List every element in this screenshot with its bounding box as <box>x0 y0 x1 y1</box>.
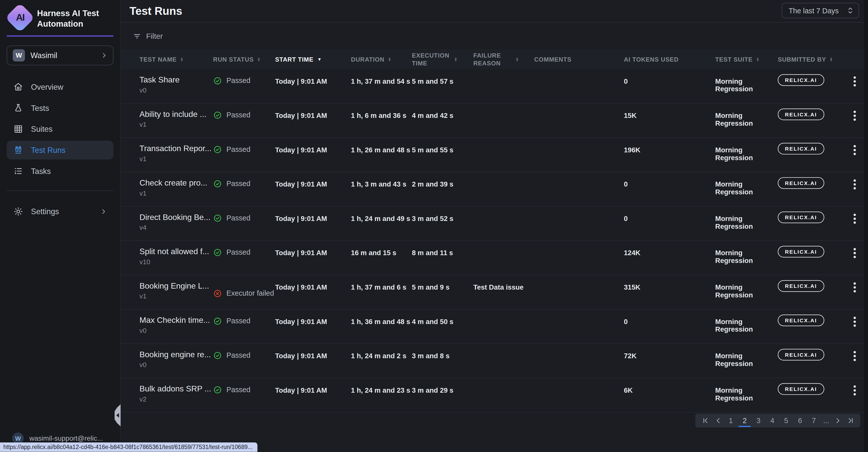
pagination-next-button[interactable] <box>833 414 842 427</box>
table-row[interactable]: Task Share v0 Passed Today | 9:01 AM 1 h… <box>121 69 868 103</box>
run-status-cell: Passed <box>213 138 275 172</box>
failure-reason-cell <box>473 378 534 412</box>
scrollbar-track[interactable] <box>864 0 868 452</box>
submitted-by-badge: RELICX.AI <box>778 74 824 86</box>
sort-icon: ▲▼ <box>516 57 519 62</box>
pagination-page-3[interactable]: 3 <box>754 417 763 425</box>
sidebar-item-suites[interactable]: Suites <box>6 120 113 139</box>
test-name-cell[interactable]: Bulk addons SRP ... v2 <box>140 378 213 412</box>
table-row[interactable]: Booking engine re... v0 Passed Today | 9… <box>121 344 868 378</box>
failure-reason-cell <box>473 172 534 206</box>
kebab-menu-button[interactable] <box>850 111 859 121</box>
column-header-run-status[interactable]: RUN STATUS▲▼ <box>213 56 275 62</box>
pagination-page-2[interactable]: 2 <box>740 417 749 425</box>
test-version: v1 <box>140 121 213 128</box>
sidebar-item-label: Tasks <box>31 167 51 176</box>
run-status-cell: Passed <box>213 207 275 240</box>
sidebar-item-tasks[interactable]: Tasks <box>6 162 113 181</box>
kebab-menu-button[interactable] <box>850 317 859 327</box>
submitted-by-badge: RELICX.AI <box>778 177 824 189</box>
column-header-execution-time[interactable]: EXECUTION TIME▲▼ <box>412 51 473 67</box>
submitted-by-badge: RELICX.AI <box>778 246 824 258</box>
pagination-page-6[interactable]: 6 <box>796 417 804 425</box>
ai-tokens-cell: 0 <box>624 207 715 240</box>
ai-tokens-cell: 15K <box>624 103 715 137</box>
sidebar-item-tests[interactable]: Tests <box>6 98 113 117</box>
column-header-test-suite[interactable]: TEST SUITE▲▼ <box>715 56 778 62</box>
table-row[interactable]: Booking Engine L... v1 Executor failed T… <box>121 275 868 310</box>
kebab-menu-button[interactable] <box>850 145 859 155</box>
table-row[interactable]: Max Checkin time... v0 Passed Today | 9:… <box>121 309 868 344</box>
kebab-menu-button[interactable] <box>850 385 859 395</box>
submitted-by-badge: RELICX.AI <box>778 143 824 154</box>
comments-cell <box>534 241 624 274</box>
filter-label: Filter <box>146 32 163 40</box>
table-row[interactable]: Split not allowed f... v10 Passed Today … <box>121 241 868 275</box>
test-suite-cell: Morning Regression <box>715 309 778 343</box>
column-header-duration[interactable]: DURATION▲▼ <box>351 56 412 62</box>
test-name: Bulk addons SRP ... <box>140 384 213 393</box>
pagination-prev-button[interactable] <box>714 414 722 427</box>
sidebar-nav: Overview Tests Suites Test Runs Tasks <box>0 78 120 181</box>
filter-button[interactable]: Filter <box>121 23 868 49</box>
duration-cell: 1 h, 26 m and 48 s <box>351 138 412 172</box>
pagination-page-7[interactable]: 7 <box>809 417 818 425</box>
table-row[interactable]: Check create pro... v1 Passed Today | 9:… <box>121 172 868 207</box>
column-header-submitted-by[interactable]: SUBMITTED BY▲▼ <box>778 56 844 62</box>
test-name-cell[interactable]: Split not allowed f... v10 <box>140 241 213 274</box>
kebab-menu-button[interactable] <box>850 282 859 292</box>
test-name-cell[interactable]: Task Share v0 <box>140 69 213 103</box>
pagination-page-4[interactable]: 4 <box>768 417 777 425</box>
ai-tokens-cell: 0 <box>624 172 715 206</box>
kebab-menu-button[interactable] <box>850 248 859 258</box>
column-header-start-time[interactable]: START TIME▼ <box>275 56 351 62</box>
submitted-by-badge: RELICX.AI <box>778 349 824 361</box>
kebab-menu-button[interactable] <box>850 351 859 361</box>
kebab-menu-button[interactable] <box>850 180 859 189</box>
comments-cell <box>534 275 624 309</box>
pagination: 1234567... <box>695 414 860 427</box>
column-header-test-name[interactable]: TEST NAME▲▼ <box>140 56 213 62</box>
ai-tokens-cell: 315K <box>624 275 715 309</box>
test-name: Split not allowed f... <box>140 247 213 256</box>
user-email: wasimil-support@relic... <box>29 434 103 442</box>
test-name-cell[interactable]: Max Checkin time... v0 <box>140 309 213 343</box>
test-name-cell[interactable]: Ability to include ... v1 <box>140 103 213 137</box>
test-name-cell[interactable]: Booking engine re... v0 <box>140 344 213 378</box>
sidebar-item-overview[interactable]: Overview <box>6 78 113 96</box>
sidebar-item-settings[interactable]: Settings <box>6 202 113 221</box>
workspace-selector[interactable]: W Wasimil <box>6 46 113 65</box>
start-time-cell: Today | 9:01 AM <box>275 309 351 343</box>
test-name: Max Checkin time... <box>140 316 213 325</box>
date-range-select[interactable]: The last 7 Days <box>781 3 859 18</box>
table-row[interactable]: Bulk addons SRP ... v2 Passed Today | 9:… <box>121 378 868 413</box>
sidebar-item-test-runs[interactable]: Test Runs <box>6 141 113 160</box>
pagination-last-button[interactable] <box>846 414 855 427</box>
table-row[interactable]: Transaction Repor... v1 Passed Today | 9… <box>121 138 868 172</box>
column-header-failure-reason[interactable]: FAILURE REASON▲▼ <box>473 51 534 67</box>
test-version: v4 <box>140 224 213 232</box>
pagination-page-5[interactable]: 5 <box>782 417 790 425</box>
duration-cell: 16 m and 15 s <box>351 241 412 274</box>
pagination-page-1[interactable]: 1 <box>726 417 735 425</box>
page-title: Test Runs <box>121 5 182 18</box>
column-header-ai-tokens-used[interactable]: AI TOKENS USED <box>624 56 715 62</box>
pagination-first-button[interactable] <box>701 414 710 427</box>
status-bar-url: https://app.relicx.ai/b8c04a12-cd4b-416e… <box>0 443 257 452</box>
submitted-by-cell: RELICX.AI <box>778 241 844 274</box>
test-suite-cell: Morning Regression <box>715 172 778 206</box>
sort-icon: ▲▼ <box>388 57 392 62</box>
test-version: v2 <box>140 395 213 403</box>
kebab-menu-button[interactable] <box>850 214 859 223</box>
test-name-cell[interactable]: Booking Engine L... v1 <box>140 275 213 309</box>
test-name-cell[interactable]: Transaction Repor... v1 <box>140 138 213 172</box>
table-row[interactable]: Ability to include ... v1 Passed Today |… <box>121 103 868 138</box>
kebab-menu-button[interactable] <box>850 77 859 86</box>
table-row[interactable]: Direct Booking Be... v4 Passed Today | 9… <box>121 207 868 241</box>
test-name-cell[interactable]: Check create pro... v1 <box>140 172 213 206</box>
start-time-cell: Today | 9:01 AM <box>275 103 351 137</box>
execution-time-cell: 2 m and 39 s <box>412 172 473 206</box>
workspace-avatar: W <box>13 49 25 61</box>
test-name-cell[interactable]: Direct Booking Be... v4 <box>140 207 213 240</box>
column-header-comments[interactable]: COMMENTS <box>534 56 624 62</box>
